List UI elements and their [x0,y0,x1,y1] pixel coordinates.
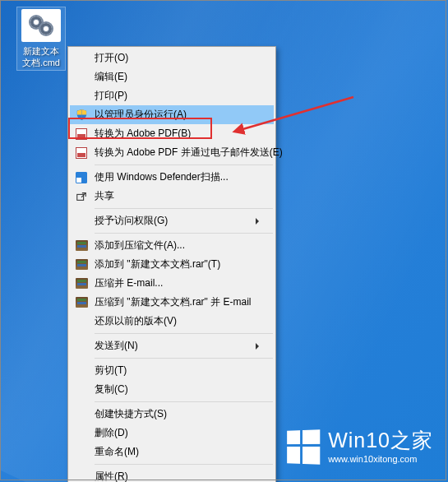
watermark-title: Win10之家 [328,429,433,452]
share-icon [75,190,88,203]
menu-separator [95,333,273,334]
menu-separator [95,208,273,209]
menu-separator [95,358,273,359]
file-thumbnail [21,9,61,42]
menu-share[interactable]: 共享 [70,187,274,206]
menu-convert-to-pdf-email[interactable]: 转换为 Adobe PDF 并通过电子邮件发送(E) [70,143,274,162]
adobe-pdf-icon [75,146,88,160]
menu-grant-access[interactable]: 授予访问权限(G) [70,211,274,230]
menu-delete[interactable]: 删除(D) [70,424,274,443]
svg-rect-0 [77,194,84,200]
adobe-pdf-icon [75,127,88,141]
windows-logo-icon [287,429,320,465]
menu-open[interactable]: 打开(O) [70,49,274,67]
uac-shield-icon [75,109,88,122]
menu-properties[interactable]: 属性(R) [70,467,274,482]
menu-run-as-admin[interactable]: 以管理员身份运行(A) [70,105,274,124]
defender-icon [75,171,88,184]
winrar-icon [75,239,88,253]
submenu-arrow-icon [256,343,259,350]
menu-cut[interactable]: 剪切(T) [70,361,274,380]
menu-edit[interactable]: 编辑(E) [70,67,274,86]
menu-defender-scan[interactable]: 使用 Windows Defender扫描... [70,168,274,187]
menu-add-to-rar[interactable]: 添加到 "新建文本文档.rar"(T) [70,255,274,274]
menu-separator [95,464,273,465]
context-menu: 打开(O) 编辑(E) 打印(P) 以管理员身份运行(A) 转换为 Adobe … [67,46,276,482]
menu-copy[interactable]: 复制(C) [70,380,274,399]
watermark-url: www.win10xitong.com [328,454,433,464]
menu-separator [95,233,273,234]
file-label: 新建文本文档.cmd [19,45,63,68]
menu-restore-versions[interactable]: 还原以前的版本(V) [70,312,274,331]
menu-compress-rar-email[interactable]: 压缩到 "新建文本文档.rar" 并 E-mail [70,293,274,312]
menu-separator [95,165,273,165]
menu-convert-to-pdf[interactable]: 转换为 Adobe PDF(B) [70,124,274,143]
menu-create-shortcut[interactable]: 创建快捷方式(S) [70,405,274,424]
menu-separator [95,401,273,402]
menu-add-to-archive[interactable]: 添加到压缩文件(A)... [70,236,274,255]
winrar-icon [75,296,88,309]
winrar-icon [75,277,88,290]
desktop-file-icon[interactable]: 新建文本文档.cmd [16,7,66,71]
winrar-icon [75,258,88,271]
watermark: Win10之家 www.win10xitong.com [286,429,433,464]
menu-compress-email[interactable]: 压缩并 E-mail... [70,274,274,293]
menu-rename[interactable]: 重命名(M) [70,443,274,461]
menu-print[interactable]: 打印(P) [70,86,274,105]
submenu-arrow-icon [256,218,259,225]
menu-send-to[interactable]: 发送到(N) [70,336,274,355]
